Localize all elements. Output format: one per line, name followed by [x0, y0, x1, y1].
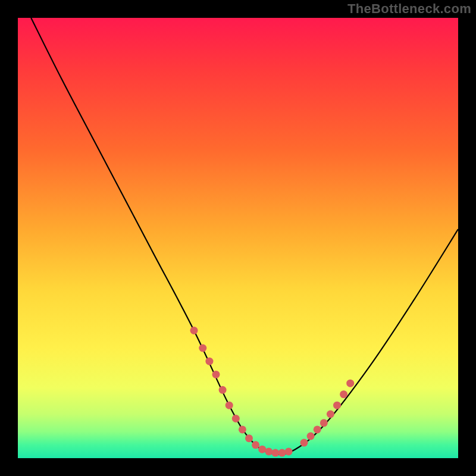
highlight-dot: [265, 447, 273, 455]
watermark-text: TheBottleneck.com: [347, 1, 471, 17]
highlight-dot: [199, 345, 206, 352]
chart-frame: TheBottleneck.com: [0, 0, 476, 476]
highlight-dot: [333, 402, 341, 409]
highlight-dot: [278, 449, 286, 457]
highlight-dot: [232, 415, 240, 422]
highlight-dot: [320, 419, 328, 427]
curve-svg: [18, 18, 458, 458]
highlight-dot: [258, 446, 266, 453]
highlight-dot: [252, 441, 259, 449]
highlight-dots-left: [190, 327, 293, 457]
highlight-dot: [212, 371, 220, 378]
highlight-dot: [285, 447, 293, 455]
highlight-dot: [340, 390, 347, 398]
highlight-dot: [314, 425, 321, 433]
highlight-dot: [346, 380, 354, 387]
plot-area: [18, 18, 458, 458]
highlight-dot: [239, 425, 246, 433]
highlight-dot: [307, 433, 315, 440]
highlight-dot: [327, 411, 334, 418]
highlight-dot: [245, 434, 253, 442]
highlight-dot: [190, 327, 198, 334]
highlight-dots-right: [300, 380, 355, 447]
highlight-dot: [271, 449, 279, 457]
highlight-dot: [300, 439, 308, 447]
highlight-dot: [226, 402, 233, 409]
highlight-dot: [219, 386, 227, 394]
highlight-dot: [205, 358, 213, 365]
bottleneck-curve: [31, 18, 458, 455]
